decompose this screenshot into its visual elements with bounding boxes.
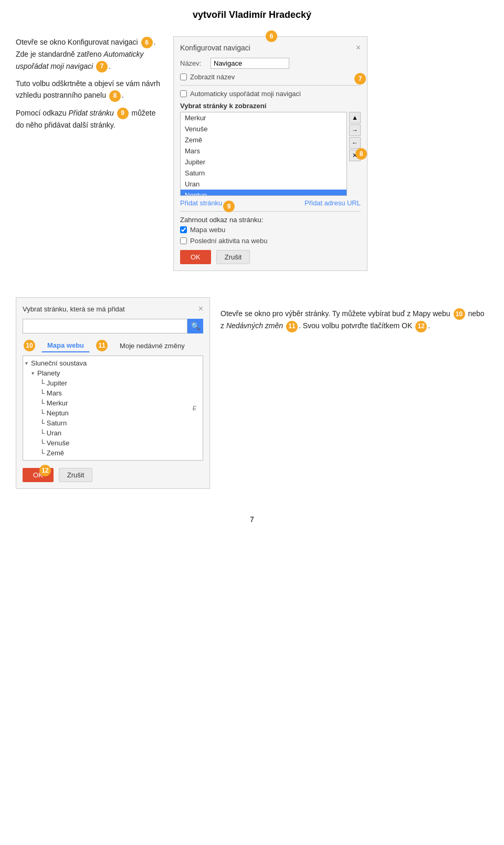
tree-leaf-merkur: └ Merkur [40,399,68,407]
mapa-webu-label: Mapa webu [190,226,225,234]
badge-9-dialog: 9 [223,201,235,212]
tree-leaf-mars: └ Mars [40,389,62,397]
badge-7-dialog: 7 [354,73,366,85]
list-item-uran[interactable]: Uran [181,179,346,190]
tree-item-saturn[interactable]: └ Saturn [23,418,203,428]
dialog1-name-field: Název: [180,58,361,69]
badge-8-dialog: 8 [355,148,367,160]
badge-12-text: 12 [415,321,427,332]
dialog2-search-bar: 🔍 [23,319,203,333]
page-title: vytvořil Vladimír Hradecký [0,0,504,26]
list-item-neptun[interactable]: Neptun [181,190,346,196]
expand-icon-planety: ▾ [32,370,34,376]
include-section: Zahrnout odkaz na stránku: Mapa webu Pos… [180,216,361,245]
posledni-checkbox[interactable] [180,237,187,244]
dialog2-close-button[interactable]: × [198,304,203,314]
top-section: Otevře se okno Konfigurovat navigaci 6. … [0,26,504,281]
tab-mapa-webu[interactable]: Mapa webu [41,339,90,352]
tree-item-neptun[interactable]: └ Neptun [23,408,203,418]
move-left-button[interactable]: ← [349,137,361,149]
add-url-link[interactable]: Přidat adresu URL [304,199,361,207]
mapa-webu-row: Mapa webu [180,226,361,234]
move-up-button[interactable]: ▲ [349,112,361,123]
add-page-link[interactable]: Přidat stránku [180,199,222,207]
dialog2-cancel-button[interactable]: Zrušit [59,468,93,482]
tab-moje-zmeny[interactable]: Moje nedávné změny [114,339,191,352]
italic-nedavnych: Nedávných změn [226,321,283,330]
dialog1-cancel-button[interactable]: Zrušit [216,250,250,264]
dialog1: 6 Konfigurovat navigaci × Název: Zobrazi… [173,36,368,271]
badge-12-dialog: 12 [39,465,51,476]
dialog1-name-label: Název: [180,59,206,67]
dialog1-auto-sort-label: Automaticky uspořádat moji navigaci [190,90,301,98]
tree-label-mesice: Měsíce [37,459,59,461]
tree-item-merkur[interactable]: └ Merkur [23,398,203,408]
dialog1-ok-button[interactable]: OK [180,250,211,264]
dialog1-show-name-checkbox[interactable] [180,74,187,80]
badge-6-dialog: 6 [266,30,277,42]
tree-leaf-zeme: └ Země [40,449,64,457]
badge-10-dialog: 10 [24,340,35,351]
dialog1-title-bar: Konfigurovat navigaci × [180,43,361,53]
dialog2-search-input[interactable] [23,319,187,333]
dialog2-search-button[interactable]: 🔍 [187,319,203,333]
tree-item-venuse[interactable]: └ Venuše [23,438,203,448]
list-item-mars[interactable]: Mars [181,145,346,157]
dialog2-tree-list[interactable]: ▾ Sluneční soustava ▾ Planety └ Jupiter … [23,356,203,461]
list-item-venuse[interactable]: Venuše [181,123,346,134]
dialog1-show-name-label: Zobrazit název [190,73,235,81]
dialog1-pages-area: Merkur Venuše Země Mars Jupiter Saturn U… [180,112,361,196]
dialog1-pages-label: Vybrat stránky k zobrazení [180,102,361,110]
badge-8: 8 [109,90,121,102]
tree-item-mars[interactable]: └ Mars [23,388,203,398]
dialog1-container: 6 Konfigurovat navigaci × Název: Zobrazi… [173,36,488,271]
tree-item-uran[interactable]: └ Uran [23,428,203,438]
dialog1-name-input[interactable] [211,58,289,69]
posledni-label: Poslední aktivita na webu [190,237,267,245]
dialog2-wrapper: Vybrat stránku, která se má přidat × 🔍 1… [16,297,210,489]
tree-leaf-jupiter: └ Jupiter [40,379,67,387]
list-item-zeme[interactable]: Země [181,134,346,145]
tabs-with-badges: 10 Mapa webu 11 Moje nedávné změny [23,339,203,352]
tree-item-mesice[interactable]: ▸ Měsíce [23,458,203,461]
tree-leaf-venuse: └ Venuše [40,439,69,447]
dialog1-pages-list[interactable]: Merkur Venuše Země Mars Jupiter Saturn U… [180,112,347,196]
dialog1-show-name-row: Zobrazit název 7 [180,73,361,81]
bottom-right-text: Otevře se okno pro výběr stránky. Ty můž… [220,297,488,489]
dialog1-title: Konfigurovat navigaci [180,44,250,52]
badge-6: 6 [141,37,153,48]
list-item-saturn[interactable]: Saturn [181,168,346,179]
italic-auto: Automaticky uspořádat moji navigaci [16,50,144,70]
mapa-webu-checkbox[interactable] [180,226,187,233]
list-item-merkur[interactable]: Merkur [181,112,346,123]
dialog1-auto-sort-checkbox[interactable] [180,90,187,97]
paragraph-1: Otevře se okno Konfigurovat navigaci 6. … [16,36,163,72]
badge-11-dialog: 11 [96,340,108,351]
scroll-indicator: E [193,405,196,411]
expand-icon-mesice: ▸ [32,460,34,461]
left-text-block: Otevře se okno Konfigurovat navigaci 6. … [16,36,163,271]
dialog2-title-bar: Vybrat stránku, která se má přidat × [23,304,203,314]
tree-item-zeme[interactable]: └ Země [23,448,203,458]
list-item-jupiter[interactable]: Jupiter [181,157,346,168]
include-label: Zahrnout odkaz na stránku: [180,216,361,224]
badge-7: 7 [96,61,108,72]
dialog1-auto-sort-row: Automaticky uspořádat moji navigaci [180,90,361,98]
tree-leaf-saturn: └ Saturn [40,419,67,427]
italic-pridat: Přidat stránku [68,109,113,117]
move-right-button[interactable]: → [349,124,361,136]
expand-icon-slunecni: ▾ [25,360,28,366]
tree-item-planety[interactable]: ▾ Planety [23,368,203,378]
dialog1-links: Přidat stránku Přidat adresu URL [180,199,361,207]
tree-leaf-neptun: └ Neptun [40,409,69,417]
posledni-row: Poslední aktivita na webu [180,237,361,245]
tree-item-slunecni[interactable]: ▾ Sluneční soustava [23,358,203,368]
dialog1-buttons: OK Zrušit [180,250,361,264]
tree-item-jupiter[interactable]: └ Jupiter [23,378,203,388]
paragraph-3: Pomocí odkazu Přidat stránku 9 můžete do… [16,107,163,131]
bottom-section: Vybrat stránku, která se má přidat × 🔍 1… [0,287,504,499]
dialog2: Vybrat stránku, která se má přidat × 🔍 1… [16,297,210,489]
badge-11-text: 11 [286,321,298,332]
page-number: 7 [0,515,504,534]
dialog1-close-button[interactable]: × [356,43,361,53]
